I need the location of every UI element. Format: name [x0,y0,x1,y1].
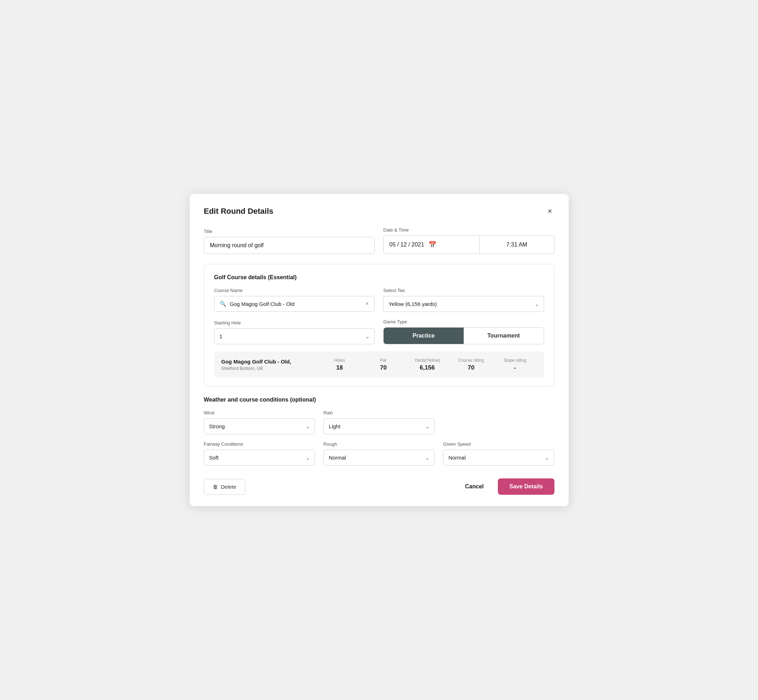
modal-footer: 🗑 Delete Cancel Save Details [204,475,554,495]
par-value: 70 [362,364,405,371]
select-tee-dropdown[interactable]: Yellow (6,156 yards) White Red Blue [383,296,544,312]
hole-gametype-row: Starting Hole 1234 5678 910 ⌄ Game Type … [214,319,544,344]
calendar-icon: 📅 [429,241,436,248]
course-rating-stat: Course rating 70 [449,358,493,371]
green-speed-wrap: Slow Normal Fast ⌄ [443,450,554,466]
yards-label: Yards(Yellow) [405,358,449,363]
holes-stat: Holes 18 [318,358,362,371]
course-name-group: Course Name 🔍 × [214,288,375,312]
rain-group: Rain None Light Moderate Heavy ⌄ [324,410,434,434]
delete-label: Delete [221,484,236,490]
date-value: 05 / 12 / 2021 [389,242,424,248]
starting-hole-group: Starting Hole 1234 5678 910 ⌄ [214,320,375,344]
tournament-button[interactable]: Tournament [464,328,544,344]
course-name-display: Gog Magog Golf Club - Old, [221,359,318,364]
footer-right: Cancel Save Details [459,478,554,495]
top-row: Title Date & Time 05 / 12 / 2021 📅 7:31 … [204,227,554,254]
time-value: 7:31 AM [506,242,528,248]
wind-wrap: None Light Moderate Strong ⌄ [204,418,315,434]
game-type-toggle: Practice Tournament [383,327,544,344]
title-input[interactable] [204,237,375,254]
wind-group: Wind None Light Moderate Strong ⌄ [204,410,315,434]
course-rating-value: 70 [449,364,493,371]
select-tee-wrap: Yellow (6,156 yards) White Red Blue ⌄ [383,296,544,312]
starting-hole-wrap: 1234 5678 910 ⌄ [214,328,375,344]
title-label: Title [204,229,375,234]
course-name-input[interactable] [230,301,361,307]
slope-rating-label: Slope rating [493,358,537,363]
delete-button[interactable]: 🗑 Delete [204,479,245,495]
golf-section-title: Golf Course details (Essential) [214,274,544,281]
holes-label: Holes [318,358,362,363]
select-tee-group: Select Tee Yellow (6,156 yards) White Re… [383,288,544,312]
conditions-row: Fairway Conditions Soft Normal Hard ⌄ Ro… [204,441,554,466]
fairway-dropdown[interactable]: Soft Normal Hard [204,450,315,466]
yards-stat: Yards(Yellow) 6,156 [405,358,449,371]
select-tee-label: Select Tee [383,288,544,293]
course-name-label: Course Name [214,288,375,293]
datetime-row: 05 / 12 / 2021 📅 7:31 AM [383,236,554,254]
weather-section: Weather and course conditions (optional)… [204,397,554,466]
rough-label: Rough [324,441,434,447]
game-type-group: Game Type Practice Tournament [383,319,544,344]
wind-dropdown[interactable]: None Light Moderate Strong [204,418,315,434]
title-field-group: Title [204,229,375,254]
yards-value: 6,156 [405,364,449,371]
green-speed-dropdown[interactable]: Slow Normal Fast [443,450,554,466]
course-info-name: Gog Magog Golf Club - Old, Shelford Bott… [221,359,318,371]
fairway-label: Fairway Conditions [204,441,315,447]
practice-button[interactable]: Practice [384,328,464,344]
cancel-button[interactable]: Cancel [459,479,489,494]
wind-label: Wind [204,410,315,416]
datetime-label: Date & Time [383,227,554,233]
save-button[interactable]: Save Details [498,478,554,495]
rain-dropdown[interactable]: None Light Moderate Heavy [324,418,434,434]
course-location: Shelford Bottom, UK [221,366,318,371]
rough-wrap: Soft Normal Hard ⌄ [324,450,434,466]
green-speed-group: Green Speed Slow Normal Fast ⌄ [443,441,554,466]
datetime-field-group: Date & Time 05 / 12 / 2021 📅 7:31 AM [383,227,554,254]
rain-label: Rain [324,410,434,416]
holes-value: 18 [318,364,362,371]
date-field[interactable]: 05 / 12 / 2021 📅 [383,236,480,254]
trash-icon: 🗑 [213,484,218,490]
fairway-group: Fairway Conditions Soft Normal Hard ⌄ [204,441,315,466]
modal-header: Edit Round Details × [204,207,554,216]
close-button[interactable]: × [545,207,554,216]
course-tee-row: Course Name 🔍 × Select Tee Yellow (6,156… [214,288,544,312]
fairway-wrap: Soft Normal Hard ⌄ [204,450,315,466]
course-clear-button[interactable]: × [365,300,370,307]
rough-dropdown[interactable]: Soft Normal Hard [324,450,434,466]
search-icon: 🔍 [219,300,226,307]
game-type-label: Game Type [383,319,544,324]
slope-rating-value: - [493,364,537,371]
starting-hole-label: Starting Hole [214,320,375,325]
par-label: Par [362,358,405,363]
weather-title: Weather and course conditions (optional) [204,397,554,403]
starting-hole-dropdown[interactable]: 1234 5678 910 [214,328,375,344]
slope-rating-stat: Slope rating - [493,358,537,371]
time-field[interactable]: 7:31 AM [480,236,554,254]
par-stat: Par 70 [362,358,405,371]
rough-group: Rough Soft Normal Hard ⌄ [324,441,434,466]
golf-course-section: Golf Course details (Essential) Course N… [204,264,554,387]
course-rating-label: Course rating [449,358,493,363]
green-speed-label: Green Speed [443,441,554,447]
course-info-card: Gog Magog Golf Club - Old, Shelford Bott… [214,352,544,378]
rain-wrap: None Light Moderate Heavy ⌄ [324,418,434,434]
modal-title: Edit Round Details [204,207,274,216]
edit-round-modal: Edit Round Details × Title Date & Time 0… [190,194,568,506]
wind-rain-row: Wind None Light Moderate Strong ⌄ Rain N… [204,410,554,434]
course-name-search-wrap[interactable]: 🔍 × [214,296,375,312]
